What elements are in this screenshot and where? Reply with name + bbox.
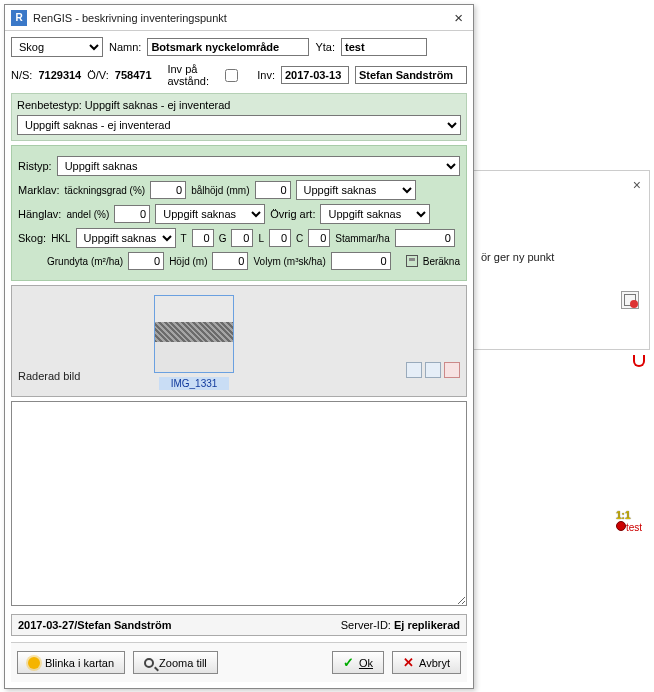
hanglav-select[interactable]: Uppgift saknas — [155, 204, 265, 224]
hanglav-andel-input[interactable] — [114, 205, 150, 223]
sun-icon — [28, 657, 40, 669]
window-title: RenGIS - beskrivning inventeringspunkt — [33, 12, 450, 24]
inv-label: Inv: — [257, 69, 275, 81]
inv-dist-checkbox[interactable] — [225, 69, 238, 82]
header-row-2: N/S: 7129314 Ö/V: 758471 Inv på avstånd:… — [11, 63, 467, 87]
stammar-input[interactable] — [395, 229, 455, 247]
t-input[interactable] — [192, 229, 214, 247]
map-marker-ring — [633, 355, 645, 367]
image-add-button[interactable] — [425, 362, 441, 378]
x-icon: ✕ — [403, 655, 414, 670]
notes-textarea[interactable] — [11, 401, 467, 606]
l-label: L — [258, 233, 264, 244]
type-select[interactable]: Skog — [11, 37, 103, 57]
volym-label: Volym (m³sk/ha) — [253, 256, 325, 267]
image-caption: Raderad bild — [18, 370, 138, 390]
app-logo-icon: R — [11, 10, 27, 26]
ristyp-select[interactable]: Uppgift saknas — [57, 156, 460, 176]
ovrig-art-label: Övrig art: — [270, 208, 315, 220]
marklav-balh-input[interactable] — [255, 181, 291, 199]
status-left: 2017-03-27/Stefan Sandström — [18, 619, 171, 631]
stammar-label: Stammar/ha — [335, 233, 389, 244]
grundyta-label: Grundyta (m²/ha) — [47, 256, 123, 267]
status-bar: 2017-03-27/Stefan Sandström Server-ID: E… — [11, 614, 467, 636]
blinka-button[interactable]: Blinka i kartan — [17, 651, 125, 674]
c-input[interactable] — [308, 229, 330, 247]
image-panel: Raderad bild IMG_1331 — [11, 285, 467, 397]
bg-tool-icon[interactable] — [621, 291, 639, 309]
hkl-label: HKL — [51, 233, 70, 244]
l-input[interactable] — [269, 229, 291, 247]
zooma-button[interactable]: Zooma till — [133, 651, 218, 674]
inv-dist-label: Inv på avstånd: — [167, 63, 215, 87]
grundyta-input[interactable] — [128, 252, 164, 270]
hkl-select[interactable]: Uppgift saknas — [76, 228, 176, 248]
ov-value: 758471 — [115, 69, 152, 81]
point-label: test — [626, 522, 642, 533]
namn-label: Namn: — [109, 41, 141, 53]
calc-icon — [406, 255, 418, 267]
hojd-input[interactable] — [212, 252, 248, 270]
image-toolbar — [406, 362, 460, 378]
namn-input[interactable] — [147, 38, 309, 56]
bg-hint-text: ör ger ny punkt — [481, 251, 554, 263]
titlebar: R RenGIS - beskrivning inventeringspunkt… — [5, 5, 473, 31]
renbetestyp-panel: Renbetestyp: Uppgift saknas - ej invente… — [11, 93, 467, 141]
ok-button[interactable]: ✓Ok — [332, 651, 384, 674]
magnify-icon — [144, 658, 154, 668]
skog-label: Skog: — [18, 232, 46, 244]
map-scale: 1:1 — [616, 510, 642, 521]
marklav-select[interactable]: Uppgift saknas — [296, 180, 416, 200]
ristyp-label: Ristyp: — [18, 160, 52, 172]
inv-date-input[interactable] — [281, 66, 349, 84]
content: Skog Namn: Yta: N/S: 7129314 Ö/V: 758471… — [5, 31, 473, 688]
hanglav-label: Hänglav: — [18, 208, 61, 220]
check-icon: ✓ — [343, 655, 354, 670]
yta-label: Yta: — [315, 41, 335, 53]
thumbnail-filename: IMG_1331 — [159, 377, 230, 390]
point-icon — [616, 521, 626, 531]
ov-label: Ö/V: — [87, 69, 109, 81]
yta-input[interactable] — [341, 38, 427, 56]
image-thumbnail[interactable]: IMG_1331 — [146, 295, 242, 390]
dialog-window: R RenGIS - beskrivning inventeringspunkt… — [4, 4, 474, 689]
map-point[interactable]: 1:1 test — [616, 510, 642, 533]
marklav-tack-label: täckningsgrad (%) — [65, 185, 146, 196]
inv-user-input[interactable] — [355, 66, 467, 84]
marklav-tack-input[interactable] — [150, 181, 186, 199]
close-icon[interactable]: × — [633, 177, 641, 193]
image-info-button[interactable] — [406, 362, 422, 378]
background-window: × ör ger ny punkt — [470, 170, 650, 350]
renbetestyp-label: Renbetestyp: Uppgift saknas - ej invente… — [17, 99, 461, 111]
renbetestyp-select[interactable]: Uppgift saknas - ej inventerad — [17, 115, 461, 135]
volym-input[interactable] — [331, 252, 391, 270]
ns-value: 7129314 — [38, 69, 81, 81]
berakna-link[interactable]: Beräkna — [423, 256, 460, 267]
t-label: T — [181, 233, 187, 244]
details-panel: Ristyp: Uppgift saknas Marklav: täckning… — [11, 145, 467, 281]
hanglav-andel-label: andel (%) — [66, 209, 109, 220]
ns-label: N/S: — [11, 69, 32, 81]
ovrig-art-select[interactable]: Uppgift saknas — [320, 204, 430, 224]
thumbnail-image — [154, 295, 234, 373]
avbryt-button[interactable]: ✕Avbryt — [392, 651, 461, 674]
c-label: C — [296, 233, 303, 244]
marklav-balh-label: bålhöjd (mm) — [191, 185, 249, 196]
g-label: G — [219, 233, 227, 244]
status-right: Server-ID: Ej replikerad — [341, 619, 460, 631]
marklav-label: Marklav: — [18, 184, 60, 196]
g-input[interactable] — [231, 229, 253, 247]
header-row-1: Skog Namn: Yta: — [11, 37, 467, 57]
close-button[interactable]: × — [450, 9, 467, 26]
footer: Blinka i kartan Zooma till ✓Ok ✕Avbryt — [11, 642, 467, 682]
hojd-label: Höjd (m) — [169, 256, 207, 267]
image-delete-button[interactable] — [444, 362, 460, 378]
